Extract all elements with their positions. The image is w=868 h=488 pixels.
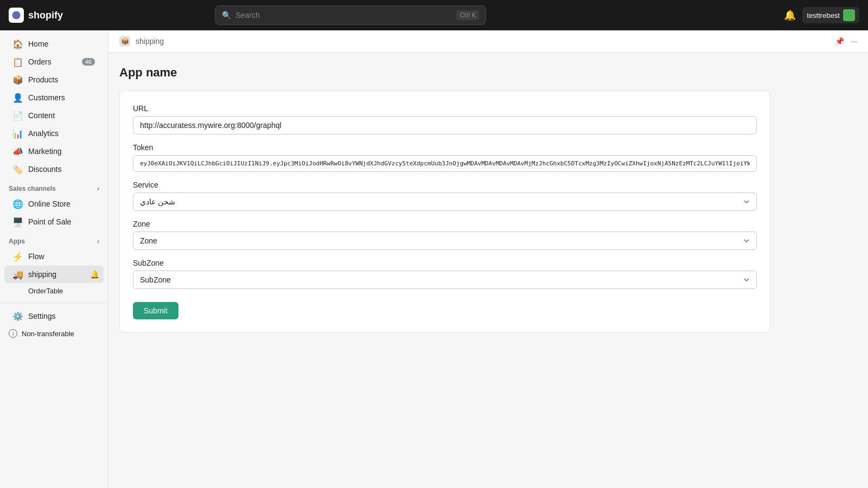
sidebar-item-label: Content [28,111,55,120]
sidebar: 🏠 Home 📋 Orders 46 📦 Products 👤 Customer… [0,30,108,488]
logo-text: shopify [28,10,63,21]
sidebar-item-orders[interactable]: 📋 Orders 46 [4,53,104,70]
home-icon: 🏠 [13,39,23,49]
logo-icon [9,8,24,23]
content-icon: 📄 [13,111,23,120]
app-header-pin-icon[interactable]: 📌 [835,37,844,46]
search-icon: 🔍 [222,11,231,20]
sales-channels-expand-icon[interactable]: › [97,185,99,192]
sidebar-item-label: Orders [28,57,52,66]
sidebar-item-label: Settings [28,312,56,320]
sidebar-item-shipping[interactable]: 🚚 shipping 🔔 [4,266,104,283]
sidebar-item-discounts[interactable]: 🏷️ Discounts [4,160,104,178]
shipping-icon: 🚚 [13,269,23,279]
sidebar-divider [0,303,108,303]
logo[interactable]: shopify [9,8,63,23]
sidebar-sub-item-ordertable[interactable]: OrderTable [4,284,104,298]
sidebar-item-label: Analytics [28,129,59,138]
sidebar-item-label: shipping [28,270,85,279]
sidebar-item-point-of-sale[interactable]: 🖥️ Point of Sale [4,213,104,230]
sidebar-item-label: Discounts [28,165,61,174]
token-input[interactable] [133,155,757,172]
sidebar-item-online-store[interactable]: 🌐 Online Store [4,195,104,213]
app-header: 📦 shipping 📌 ··· [108,30,868,53]
apps-section: Apps › [0,231,108,247]
navbar: shopify 🔍 Ctrl K 🔔 testtrebest [0,0,868,30]
form-card: URL Token Service شحن عادي Zone Zo [119,91,770,333]
sidebar-item-label: Home [28,40,48,48]
orders-icon: 📋 [13,57,23,67]
app-header-left: 📦 shipping [119,36,164,47]
app-header-icon: 📦 [119,36,130,47]
page-title: App name [119,66,857,80]
url-label: URL [133,104,757,113]
sidebar-item-label: Marketing [28,147,61,156]
info-icon: i [9,329,17,338]
sidebar-item-label: Flow [28,252,44,261]
subzone-label: SubZone [133,259,757,267]
service-group: Service شحن عادي [133,181,757,211]
zone-group: Zone Zone [133,220,757,250]
shipping-bell-icon[interactable]: 🔔 [90,270,99,279]
user-avatar [843,9,855,21]
flow-icon: ⚡ [13,252,23,261]
sidebar-item-label: Point of Sale [28,217,71,226]
products-icon: 📦 [13,75,23,85]
orders-badge: 46 [82,58,95,66]
settings-icon: ⚙️ [13,311,23,321]
discounts-icon: 🏷️ [13,164,23,174]
search-shortcut: Ctrl K [456,10,479,20]
url-group: URL [133,104,757,134]
analytics-icon: 📊 [13,129,23,138]
sidebar-item-home[interactable]: 🏠 Home [4,35,104,53]
zone-label: Zone [133,220,757,228]
app-header-right: 📌 ··· [835,37,857,46]
pos-icon: 🖥️ [13,217,23,227]
sidebar-item-label: Online Store [28,200,71,208]
apps-expand-icon[interactable]: › [97,237,99,245]
sales-channels-section: Sales channels › [0,178,108,195]
token-label: Token [133,143,757,152]
subzone-group: SubZone SubZone [133,259,757,289]
sidebar-item-label: Products [28,75,58,84]
main-content: 📦 shipping 📌 ··· App name URL Token [108,30,868,488]
non-transferable-item: i Non-transferable [0,325,108,342]
sidebar-item-label: Customers [28,93,65,102]
search-bar[interactable]: 🔍 Ctrl K [215,5,486,25]
token-group: Token [133,143,757,172]
submit-button[interactable]: Submit [133,302,178,319]
service-label: Service [133,181,757,189]
user-name: testtrebest [807,11,840,20]
customers-icon: 👤 [13,93,23,102]
sidebar-item-flow[interactable]: ⚡ Flow [4,248,104,265]
sidebar-item-products[interactable]: 📦 Products [4,71,104,88]
app-header-more-icon[interactable]: ··· [851,37,857,46]
sidebar-sub-item-label: OrderTable [28,287,63,295]
marketing-icon: 📣 [13,146,23,156]
app-breadcrumb: shipping [136,37,164,46]
page: App name URL Token Service شحن عادي [108,53,868,346]
sidebar-item-customers[interactable]: 👤 Customers [4,89,104,106]
sales-channels-label: Sales channels [9,185,56,192]
search-input[interactable] [235,11,452,20]
url-input[interactable] [133,116,757,134]
sidebar-item-marketing[interactable]: 📣 Marketing [4,143,104,160]
sidebar-item-content[interactable]: 📄 Content [4,107,104,124]
sidebar-item-settings[interactable]: ⚙️ Settings [4,307,104,325]
apps-label: Apps [9,237,25,245]
layout: 🏠 Home 📋 Orders 46 📦 Products 👤 Customer… [0,30,868,488]
non-transferable-label: Non-transferable [22,330,74,338]
zone-select[interactable]: Zone [133,232,757,250]
navbar-right: 🔔 testtrebest [784,7,859,23]
service-select[interactable]: شحن عادي [133,192,757,211]
user-pill[interactable]: testtrebest [802,7,859,23]
notifications-bell-button[interactable]: 🔔 [784,9,796,21]
subzone-select[interactable]: SubZone [133,271,757,289]
online-store-icon: 🌐 [13,199,23,209]
sidebar-item-analytics[interactable]: 📊 Analytics [4,125,104,142]
